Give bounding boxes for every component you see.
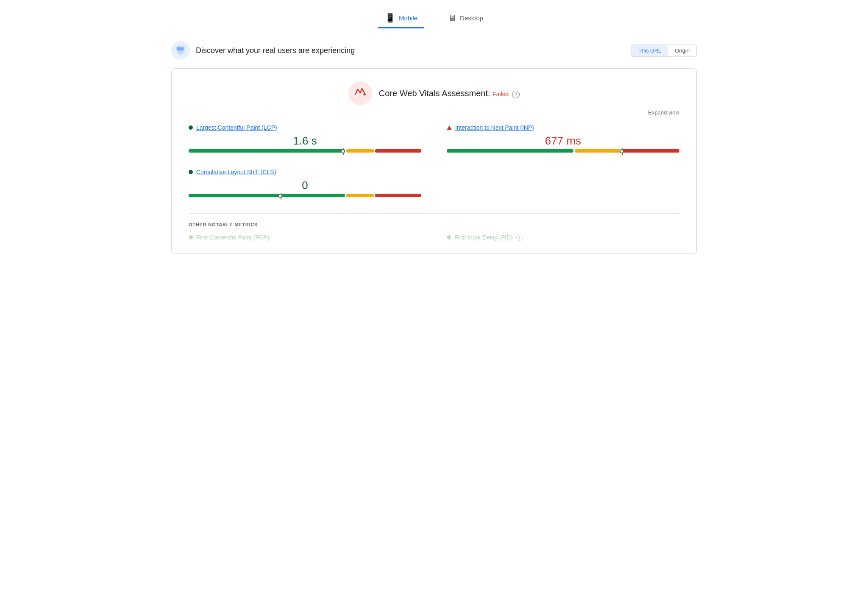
fid-info-icon[interactable]: ℹ — [516, 234, 523, 241]
cls-label-row: Cumulative Layout Shift (CLS) — [189, 169, 421, 175]
cls-bar-green — [189, 194, 345, 197]
inp-bar-container — [447, 149, 679, 156]
metric-lcp: Largest Contentful Paint (LCP) 1.6 s — [189, 124, 421, 156]
cls-bar-orange — [346, 194, 374, 197]
tab-desktop-label: Desktop — [460, 14, 483, 22]
section-header-left: Discover what your real users are experi… — [171, 41, 355, 60]
tab-mobile[interactable]: 📱 Mobile — [378, 8, 424, 28]
svg-point-3 — [177, 47, 181, 50]
metrics-grid: Largest Contentful Paint (LCP) 1.6 s — [189, 124, 679, 200]
expand-view-button[interactable]: Expand view — [189, 109, 679, 116]
inp-bar-red — [622, 149, 679, 153]
cls-bar-red — [375, 194, 421, 197]
origin-button[interactable]: Origin — [668, 45, 696, 56]
svg-point-4 — [181, 47, 184, 50]
failed-icon — [354, 88, 366, 99]
section-title: Discover what your real users are experi… — [196, 46, 355, 55]
assessment-icon-circle — [348, 81, 372, 105]
lcp-name-link[interactable]: Largest Contentful Paint (LCP) — [196, 124, 277, 131]
lcp-value: 1.6 s — [189, 134, 421, 147]
metric-inp: Interaction to Next Paint (INP) 677 ms — [447, 124, 679, 156]
other-metric-fid: First Input Delay (FID) ℹ — [447, 234, 679, 241]
fcp-name-link[interactable]: First Contentful Paint (FCP) — [196, 234, 269, 241]
lcp-label-row: Largest Contentful Paint (LCP) — [189, 124, 421, 131]
cls-dot — [189, 170, 193, 174]
other-metrics-section: OTHER NOTABLE METRICS First Contentful P… — [189, 222, 679, 241]
lcp-marker — [342, 148, 345, 153]
other-metrics-grid: First Contentful Paint (FCP) First Input… — [189, 234, 679, 241]
this-url-button[interactable]: This URL — [632, 45, 668, 56]
lcp-bar-container — [189, 149, 421, 156]
tab-bar: 📱 Mobile 🖥 Desktop — [171, 8, 697, 28]
url-toggle: This URL Origin — [631, 45, 697, 57]
crux-icon — [171, 41, 190, 60]
inp-value: 677 ms — [447, 134, 679, 147]
inp-label-row: Interaction to Next Paint (INP) — [447, 124, 679, 131]
fid-dot — [447, 235, 451, 239]
desktop-icon: 🖥 — [448, 13, 456, 23]
section-header: Discover what your real users are experi… — [171, 41, 697, 60]
assessment-title: Core Web Vitals Assessment: Failed ? — [379, 89, 520, 98]
cls-value: 0 — [189, 179, 421, 192]
lcp-bar-orange — [346, 149, 374, 153]
fcp-dot — [189, 235, 193, 239]
other-metric-fcp: First Contentful Paint (FCP) — [189, 234, 421, 241]
assessment-header: Core Web Vitals Assessment: Failed ? — [189, 81, 679, 105]
lcp-bar-red — [375, 149, 421, 153]
assessment-status: Failed — [492, 91, 509, 97]
lcp-dot — [189, 125, 193, 130]
metrics-divider — [189, 213, 679, 214]
cls-name-link[interactable]: Cumulative Layout Shift (CLS) — [196, 169, 276, 175]
lcp-bar-green — [189, 149, 345, 153]
other-metrics-label: OTHER NOTABLE METRICS — [189, 222, 679, 227]
inp-triangle — [447, 125, 452, 130]
inp-marker — [621, 148, 624, 153]
tab-desktop[interactable]: 🖥 Desktop — [441, 8, 490, 28]
main-card: Core Web Vitals Assessment: Failed ? Exp… — [171, 68, 697, 254]
cls-bar-container — [189, 194, 421, 200]
mobile-icon: 📱 — [385, 13, 395, 23]
metric-cls: Cumulative Layout Shift (CLS) 0 — [189, 169, 421, 200]
help-icon[interactable]: ? — [512, 91, 520, 98]
inp-name-link[interactable]: Interaction to Next Paint (INP) — [455, 124, 534, 131]
cls-marker — [280, 193, 282, 198]
inp-bar-green — [447, 149, 573, 153]
tab-mobile-label: Mobile — [399, 14, 417, 22]
inp-bar-orange — [575, 149, 621, 153]
fid-name-link[interactable]: First Input Delay (FID) — [454, 234, 513, 241]
